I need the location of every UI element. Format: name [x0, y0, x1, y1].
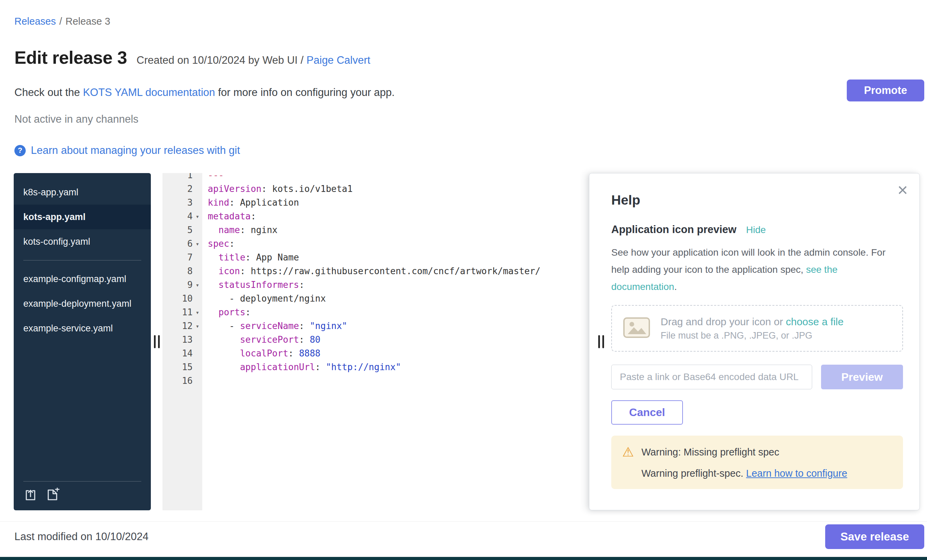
gutter-line: 15 [163, 360, 202, 374]
gutter-line: 3 [163, 196, 202, 209]
git-help-link[interactable]: Learn about managing your releases with … [31, 144, 240, 156]
code-line[interactable]: name: nginx [208, 223, 589, 237]
dropzone-prompt: Drag and drop your icon or [661, 316, 786, 327]
file-tree-footer [23, 481, 141, 504]
file-tree-item[interactable]: kots-app.yaml [14, 205, 151, 229]
editor-gutter-lines: 1234▾56▾789▾1011▾12▾13141516 [163, 173, 202, 388]
gutter-line: 4▾ [163, 209, 202, 223]
code-line[interactable]: statusInformers: [208, 278, 589, 291]
file-tree-item[interactable]: example-service.yaml [14, 316, 151, 341]
icon-url-input[interactable] [611, 365, 812, 389]
code-line[interactable]: icon: https://raw.githubusercontent.com/… [208, 264, 589, 278]
pane-resize-handle-left[interactable] [151, 173, 163, 510]
last-modified-text: Last modified on 10/10/2024 [14, 531, 149, 543]
gutter-line: 16 [163, 374, 202, 388]
preflight-warning-box: ⚠ Warning: Missing preflight spec Warnin… [611, 436, 903, 489]
description-suffix: . [674, 281, 677, 292]
help-panel: × Help Application icon preview Hide See… [589, 173, 920, 510]
doc-note-prefix: Check out the [14, 87, 83, 99]
gutter-line: 1 [163, 173, 202, 182]
code-line[interactable]: servicePort: 80 [208, 333, 589, 346]
gutter-line: 6▾ [163, 237, 202, 250]
code-line[interactable]: applicationUrl: "http://nginx" [208, 360, 589, 374]
breadcrumb: Releases/Release 3 [14, 16, 114, 27]
gutter-line: 5 [163, 223, 202, 237]
gutter-line: 9▾ [163, 278, 202, 291]
gutter-line: 12▾ [163, 319, 202, 333]
question-circle-icon: ? [14, 145, 26, 156]
created-note: Created on 10/10/2024 by Web UI / Paige … [137, 54, 370, 67]
fold-arrow-icon[interactable]: ▾ [193, 322, 202, 330]
gutter-line: 2 [163, 182, 202, 196]
save-release-button[interactable]: Save release [825, 524, 924, 549]
new-file-icon[interactable] [45, 488, 60, 504]
drag-grip-icon [154, 335, 160, 348]
breadcrumb-current: Release 3 [65, 16, 110, 27]
file-tree-item[interactable]: example-deployment.yaml [14, 291, 151, 316]
help-panel-title: Help [611, 193, 903, 208]
editor-code-lines: ---apiVersion: kots.io/v1beta1kind: Appl… [202, 173, 589, 388]
image-placeholder-icon [623, 317, 650, 340]
description-text: See how your application icon will look … [611, 247, 886, 275]
fold-arrow-icon[interactable]: ▾ [193, 281, 202, 288]
code-line[interactable]: --- [208, 173, 589, 182]
fold-arrow-icon[interactable]: ▾ [193, 240, 202, 247]
tree-divider [23, 260, 141, 261]
gutter-line: 10 [163, 291, 202, 305]
preview-button[interactable]: Preview [821, 365, 903, 389]
warning-title: Warning: Missing preflight spec [641, 445, 847, 459]
icon-preview-section-head: Application icon preview Hide [611, 223, 903, 236]
code-line[interactable]: - deployment/nginx [208, 291, 589, 305]
file-tree-list: k8s-app.yamlkots-app.yamlkots-config.yam… [14, 180, 151, 341]
import-file-icon[interactable] [23, 488, 38, 504]
file-tree: k8s-app.yamlkots-app.yamlkots-config.yam… [14, 173, 151, 510]
gutter-line: 13 [163, 333, 202, 346]
promote-button[interactable]: Promote [847, 79, 924, 102]
gutter-line: 14 [163, 346, 202, 360]
warning-body: Warning preflight-spec. [641, 468, 746, 479]
kots-yaml-doc-link[interactable]: KOTS YAML documentation [83, 87, 215, 99]
bottom-bar [0, 557, 927, 560]
gutter-line: 7 [163, 250, 202, 264]
code-line[interactable]: spec: [208, 237, 589, 250]
channel-status: Not active in any channels [14, 113, 138, 126]
file-tree-item[interactable]: example-configmap.yaml [14, 267, 151, 291]
choose-file-link[interactable]: choose a file [786, 316, 843, 327]
close-icon[interactable]: × [898, 181, 908, 199]
code-line[interactable]: ports: [208, 305, 589, 319]
cancel-button[interactable]: Cancel [611, 400, 683, 425]
fold-arrow-icon[interactable]: ▾ [193, 309, 202, 316]
learn-how-to-configure-link[interactable]: Learn how to configure [746, 468, 847, 479]
code-line[interactable]: metadata: [208, 209, 589, 223]
file-tree-item[interactable]: k8s-app.yaml [14, 180, 151, 205]
page-title: Edit release 3 [14, 47, 127, 68]
code-line[interactable]: localPort: 8888 [208, 346, 589, 360]
editor-gutter: 1234▾56▾789▾1011▾12▾13141516 [163, 173, 202, 510]
icon-dropzone[interactable]: Drag and drop your icon or choose a file… [611, 305, 903, 352]
breadcrumb-separator: / [59, 16, 62, 27]
dropzone-text: Drag and drop your icon or choose a file… [661, 316, 844, 341]
icon-preview-description: See how your application icon will look … [611, 244, 903, 296]
code-line[interactable] [208, 374, 589, 388]
fold-arrow-icon[interactable]: ▾ [193, 213, 202, 220]
doc-note: Check out the KOTS YAML documentation fo… [14, 87, 395, 99]
pane-resize-handle-right[interactable] [598, 335, 604, 348]
gutter-line: 8 [163, 264, 202, 278]
author-link[interactable]: Paige Calvert [307, 54, 370, 66]
code-line[interactable]: - serviceName: "nginx" [208, 319, 589, 333]
gutter-line: 11▾ [163, 305, 202, 319]
code-line[interactable]: kind: Application [208, 196, 589, 209]
icon-url-row: Preview [611, 365, 903, 389]
release-editor: k8s-app.yamlkots-app.yamlkots-config.yam… [14, 173, 920, 510]
file-tree-item[interactable]: kots-config.yaml [14, 229, 151, 254]
dropzone-hint: File must be a .PNG, .JPEG, or .JPG [661, 330, 844, 341]
code-line[interactable]: apiVersion: kots.io/v1beta1 [208, 182, 589, 196]
icon-preview-title: Application icon preview [611, 223, 736, 236]
breadcrumb-releases-link[interactable]: Releases [14, 16, 56, 27]
git-help-row[interactable]: ? Learn about managing your releases wit… [14, 144, 240, 156]
code-editor[interactable]: ---apiVersion: kots.io/v1beta1kind: Appl… [202, 173, 589, 510]
footer-divider [0, 521, 927, 522]
created-text: Created on 10/10/2024 by Web UI / [137, 54, 303, 66]
hide-link[interactable]: Hide [746, 225, 766, 235]
code-line[interactable]: title: App Name [208, 250, 589, 264]
